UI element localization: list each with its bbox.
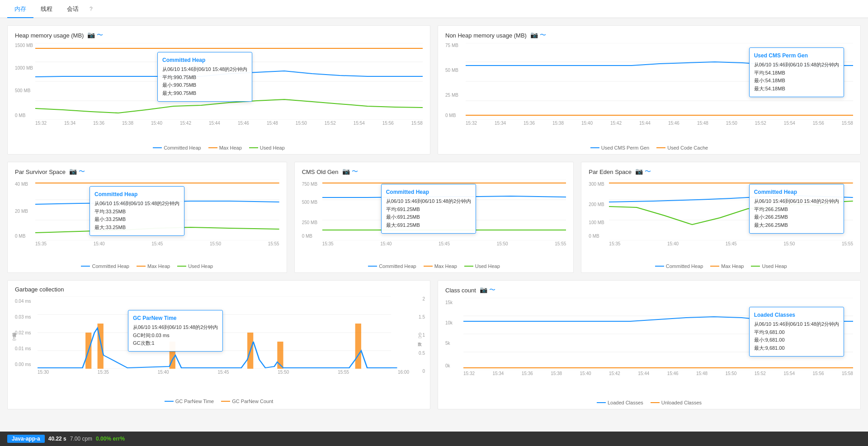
- ps-x-1555: 15:55: [268, 241, 279, 246]
- pe-x-1550: 15:50: [783, 241, 795, 246]
- nh-x-1552: 15:52: [755, 121, 766, 126]
- cms-x-1555: 15:55: [555, 241, 566, 246]
- heap-legend-committed: Committed Heap: [153, 145, 201, 150]
- cc-tooltip-title: Loaded Classes: [754, 311, 839, 319]
- heap-y-500: 500 MB: [15, 88, 30, 93]
- par-eden-legend: Committed Heap Max Heap Used Heap: [589, 263, 853, 269]
- heap-x-1548: 15:48: [267, 121, 278, 126]
- heap-memory-panel: Heap memory usage (MB) 📷 〜 1500 MB 1000 …: [7, 25, 430, 155]
- class-wave-icon[interactable]: 〜: [489, 286, 495, 294]
- cc-x-1548: 15:48: [696, 371, 708, 376]
- cc-x-1546: 15:46: [667, 371, 679, 376]
- par-survivor-tooltip: Committed Heap 从06/10 15:46到06/10 15:48的…: [90, 186, 184, 236]
- cms-tooltip-line1: 从06/10 15:46到06/10 15:48的2分钟内: [386, 197, 471, 206]
- heap-tooltip-line3: 最小:990.75MB: [162, 81, 247, 89]
- heap-legend-max-label: Max Heap: [219, 145, 242, 150]
- par-eden-title: Par Eden Space: [589, 169, 632, 175]
- heap-legend-used-line: [249, 147, 258, 148]
- heap-legend: Committed Heap Max Heap Used Heap: [15, 145, 423, 150]
- par-survivor-camera-icon[interactable]: 📷: [69, 168, 77, 176]
- class-count-legend: Loaded Classes Unloaded Classes: [445, 400, 853, 405]
- nh-x-1532: 15:32: [466, 121, 477, 126]
- cms-wave-icon[interactable]: 〜: [352, 168, 358, 176]
- non-heap-legend: Used CMS Perm Gen Used Code Cache: [445, 145, 853, 150]
- ps-x-1550: 15:50: [210, 241, 221, 246]
- cms-camera-icon[interactable]: 📷: [342, 168, 350, 176]
- ps-legend-max-label: Max Heap: [147, 263, 170, 269]
- heap-tooltip-line1: 从06/10 15:46到06/10 15:48的2分钟内: [162, 66, 247, 74]
- nav-tab-thread[interactable]: 线程: [33, 0, 60, 18]
- par-survivor-wave-icon[interactable]: 〜: [79, 168, 85, 176]
- cms-legend-committed-label: Committed Heap: [379, 263, 416, 269]
- cms-tooltip-title: Committed Heap: [386, 188, 471, 197]
- ps-legend-used-line: [177, 266, 186, 267]
- non-heap-tooltip-title: Used CMS Perm Gen: [754, 52, 839, 60]
- heap-legend-committed-line: [153, 147, 162, 148]
- heap-camera-icon[interactable]: 📷: [87, 31, 95, 39]
- ps-tooltip-line4: 最大:33.25MB: [94, 224, 179, 232]
- ps-x-1540: 15:40: [94, 241, 105, 246]
- pe-legend-used-label: Used Heap: [762, 263, 787, 269]
- nh-x-1550: 15:50: [726, 121, 737, 126]
- cc-y-5k: 5k: [445, 341, 450, 346]
- nav-tab-session[interactable]: 会话: [60, 0, 86, 18]
- gc-x-1550: 15:50: [278, 370, 289, 375]
- par-eden-tooltip: Committed Heap 从06/10 15:46到06/10 15:48的…: [749, 184, 844, 234]
- cc-x-1552: 15:52: [755, 371, 766, 376]
- heap-wave-icon[interactable]: 〜: [97, 31, 103, 39]
- gc-y-003: 0.03 ms: [15, 315, 31, 319]
- pe-tooltip-line3: 最小:266.25MB: [754, 213, 839, 221]
- nh-x-1558: 15:58: [842, 121, 853, 126]
- heap-legend-max: Max Heap: [208, 145, 242, 150]
- heap-x-1538: 15:38: [122, 121, 133, 126]
- heap-tooltip-line2: 平均:990.75MB: [162, 74, 247, 82]
- pe-legend-committed-label: Committed Heap: [666, 263, 703, 269]
- par-survivor-legend: Committed Heap Max Heap Used Heap: [15, 263, 279, 269]
- pe-tooltip-line4: 最大:266.25MB: [754, 221, 839, 230]
- cc-x-1540: 15:40: [580, 371, 591, 376]
- pe-y-0: 0 MB: [589, 234, 599, 239]
- gc-legend: GC ParNew Time GC ParNew Count: [15, 399, 423, 404]
- cms-x-1550: 15:50: [497, 241, 508, 246]
- heap-x-1552: 15:52: [325, 121, 336, 126]
- cc-y-15k: 15k: [445, 300, 453, 305]
- cc-legend-loaded-label: Loaded Classes: [608, 400, 643, 405]
- gc-chart-svg: [38, 296, 409, 369]
- class-camera-icon[interactable]: 📷: [480, 286, 487, 294]
- heap-legend-max-line: [208, 147, 217, 148]
- non-heap-tooltip-line2: 平均:54.18MB: [754, 69, 839, 77]
- cc-x-1538: 15:38: [551, 371, 562, 376]
- ps-x-1545: 15:45: [151, 241, 163, 246]
- ps-legend-max-line: [137, 266, 146, 267]
- heap-legend-committed-label: Committed Heap: [164, 145, 201, 150]
- cms-old-gen-panel: CMS Old Gen 📷 〜 750 MB 500 MB 250 MB 0 M…: [294, 162, 574, 273]
- cms-legend-used-label: Used Heap: [475, 263, 500, 269]
- non-heap-y-75: 75 MB: [445, 43, 458, 48]
- heap-x-1534: 15:34: [64, 121, 75, 126]
- pe-x-1540: 15:40: [667, 241, 679, 246]
- non-heap-wave-icon[interactable]: 〜: [540, 31, 546, 39]
- nav-tab-memory[interactable]: 内存: [7, 0, 33, 18]
- pe-tooltip-line1: 从06/10 15:46到06/10 15:48的2分钟内: [754, 197, 839, 206]
- heap-x-1558: 15:58: [411, 121, 423, 126]
- cc-tooltip-line1: 从06/10 15:46到06/10 15:48的2分钟内: [754, 320, 839, 329]
- ps-x-1535: 15:35: [35, 241, 47, 246]
- gc-x-1535: 15:35: [98, 370, 109, 375]
- nh-legend-cms-label: Used CMS Perm Gen: [601, 145, 649, 150]
- par-eden-wave-icon[interactable]: 〜: [645, 168, 651, 176]
- cms-y-500: 500 MB: [302, 200, 317, 205]
- cc-tooltip-line3: 最小:9,681.00: [754, 336, 839, 344]
- par-eden-camera-icon[interactable]: 📷: [635, 168, 643, 176]
- gc-right-axis-label: GC次数: [417, 333, 423, 339]
- class-count-panel: Class count 📷 〜 15k 10k 5k 0k: [438, 280, 861, 409]
- help-icon[interactable]: ?: [86, 6, 96, 12]
- gc-legend-count-label: GC ParNew Count: [232, 399, 273, 404]
- gc-tooltip-line1: 从06/10 15:46到06/10 15:48的2分钟内: [133, 324, 218, 332]
- heap-x-1542: 15:42: [180, 121, 191, 126]
- gc-legend-time-line: [165, 401, 174, 402]
- non-heap-camera-icon[interactable]: 📷: [530, 31, 538, 39]
- class-count-title: Class count: [445, 287, 476, 294]
- non-heap-y-0: 0 MB: [445, 113, 456, 118]
- gc-right-y-15: 1.5: [419, 315, 425, 333]
- gc-tooltip-title: GC ParNew Time: [133, 314, 218, 323]
